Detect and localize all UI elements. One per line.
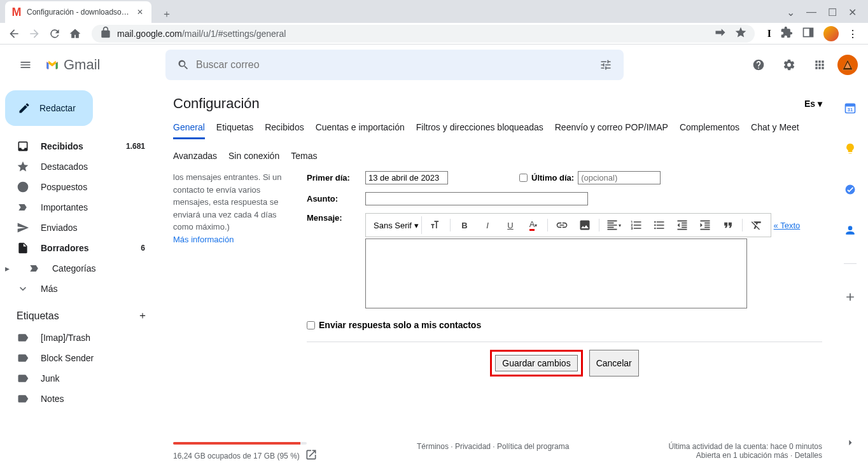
apps-icon[interactable] [807, 52, 832, 78]
help-icon[interactable] [746, 52, 771, 78]
text-color-icon[interactable]: A▾ [524, 216, 542, 234]
chevron-down-icon[interactable]: ⌄ [787, 6, 795, 18]
last-day-input[interactable] [578, 171, 661, 184]
extensions-icon[interactable] [780, 26, 793, 41]
more-info-link[interactable]: Más información [173, 235, 234, 244]
label-item[interactable]: Junk [0, 368, 153, 389]
share-icon[interactable] [714, 26, 727, 41]
last-day-checkbox[interactable] [519, 174, 528, 182]
terms-link[interactable]: Términos [417, 442, 449, 451]
sidebar-item-destacados[interactable]: Destacados [0, 156, 153, 177]
account-avatar[interactable] [837, 55, 858, 75]
font-size-icon[interactable] [427, 216, 445, 234]
add-addon-icon[interactable] [837, 284, 863, 310]
browser-tab[interactable]: M Configuración - downloadsource ✕ [5, 1, 151, 23]
policy-link[interactable]: Política del programa [497, 442, 569, 451]
sidebar-item-categorías[interactable]: ▸Categorías [0, 258, 153, 279]
plain-text-link[interactable]: « Texto [774, 219, 801, 232]
first-day-input[interactable] [365, 171, 448, 184]
reload-button[interactable] [46, 25, 64, 43]
address-bar: mail.google.com/mail/u/1/#settings/gener… [0, 23, 868, 45]
forward-button[interactable] [25, 25, 43, 43]
gmail-logo-icon [46, 59, 59, 71]
keep-icon[interactable] [837, 136, 863, 162]
sidebar-item-recibidos[interactable]: Recibidos1.681 [0, 136, 153, 156]
indent-more-icon[interactable] [696, 216, 714, 234]
save-button[interactable]: Guardar cambios [495, 355, 577, 371]
tab-filtros-y-direcciones-bloqueadas[interactable]: Filtros y direcciones bloqueadas [416, 122, 543, 139]
details-link[interactable]: Detalles [795, 451, 822, 460]
open-external-icon[interactable] [305, 448, 318, 463]
tab-temas[interactable]: Temas [291, 151, 317, 166]
gmail-logo[interactable]: Gmail [46, 57, 160, 73]
chevron-down-icon: ▾ [818, 99, 822, 109]
label-text: Junk [41, 373, 60, 384]
subject-input[interactable] [365, 192, 588, 205]
align-icon[interactable]: ▾ [605, 216, 622, 234]
italic-icon[interactable]: I [479, 216, 496, 234]
font-select[interactable]: Sans Serif ▾ [371, 216, 422, 234]
bold-icon[interactable]: B [456, 216, 473, 234]
bullet-list-icon[interactable] [650, 216, 668, 234]
clear-format-icon[interactable] [748, 216, 766, 234]
new-tab-button[interactable]: ＋ [158, 5, 176, 23]
minimize-icon[interactable]: ― [806, 6, 816, 18]
quote-icon[interactable] [719, 216, 737, 234]
search-input[interactable] [196, 59, 593, 71]
settings-icon[interactable] [776, 52, 802, 78]
only-contacts-checkbox[interactable] [307, 321, 315, 329]
label-item[interactable]: Block Sender [0, 348, 153, 368]
label-item[interactable]: [Imap]/Trash [0, 328, 153, 348]
sidebar-item-más[interactable]: Más [0, 279, 153, 299]
ext-icon-1[interactable]: I [767, 28, 771, 39]
collapse-panel-icon[interactable] [837, 430, 863, 455]
maximize-icon[interactable]: ☐ [828, 6, 837, 18]
image-icon[interactable] [576, 216, 594, 234]
language-button[interactable]: Es ▾ [804, 99, 822, 109]
close-window-icon[interactable]: ✕ [848, 6, 857, 18]
tab-chat-y-meet[interactable]: Chat y Meet [751, 122, 799, 139]
add-label-icon[interactable]: ＋ [137, 309, 148, 322]
link-icon[interactable] [553, 216, 571, 234]
underline-icon[interactable]: U [501, 216, 519, 234]
indent-less-icon[interactable] [673, 216, 691, 234]
tab-general[interactable]: General [173, 122, 205, 139]
close-icon[interactable]: ✕ [135, 7, 145, 17]
sidebar-item-enviados[interactable]: Enviados [0, 218, 153, 238]
search-bar[interactable] [165, 50, 624, 80]
label-item[interactable]: Notes [0, 389, 153, 409]
home-button[interactable] [66, 25, 84, 43]
contacts-icon[interactable] [837, 218, 863, 243]
tab-etiquetas[interactable]: Etiquetas [216, 122, 253, 139]
bookmark-icon[interactable] [734, 26, 747, 41]
tab-sin-conexión[interactable]: Sin conexión [228, 151, 279, 166]
storage-text: 16,24 GB ocupados de 17 GB (95 %) [173, 452, 300, 460]
sidebar-item-borradores[interactable]: Borradores6 [0, 238, 153, 258]
search-icon[interactable] [171, 52, 196, 78]
main-menu-button[interactable] [10, 50, 41, 80]
compose-button[interactable]: Redactar [5, 90, 93, 126]
tasks-icon[interactable] [837, 177, 863, 202]
nav-label: Categorías [52, 263, 95, 273]
calendar-icon[interactable]: 31 [837, 95, 863, 121]
tab-complementos[interactable]: Complementos [680, 122, 739, 139]
sidebar-item-importantes[interactable]: Importantes [0, 197, 153, 218]
numbered-list-icon[interactable] [627, 216, 645, 234]
panel-icon[interactable] [802, 26, 815, 41]
message-body-input[interactable] [365, 238, 747, 308]
browser-chrome: M Configuración - downloadsource ✕ ＋ ⌄ ―… [0, 0, 868, 45]
tab-reenvío-y-correo-pop/imap[interactable]: Reenvío y correo POP/IMAP [555, 122, 668, 139]
tab-recibidos[interactable]: Recibidos [265, 122, 304, 139]
tab-avanzadas[interactable]: Avanzadas [173, 151, 217, 166]
label-icon [17, 392, 29, 405]
draft-icon [17, 242, 29, 254]
url-bar[interactable]: mail.google.com/mail/u/1/#settings/gener… [92, 25, 755, 43]
cancel-button[interactable]: Cancelar [589, 350, 639, 377]
tune-icon[interactable] [593, 52, 619, 78]
chrome-menu-icon[interactable]: ⋮ [848, 28, 858, 40]
profile-avatar[interactable] [823, 26, 839, 41]
sidebar-item-pospuestos[interactable]: Pospuestos [0, 177, 153, 197]
tab-cuentas-e-importación[interactable]: Cuentas e importación [316, 122, 405, 139]
privacy-link[interactable]: Privacidad [455, 442, 491, 451]
back-button[interactable] [5, 25, 23, 43]
